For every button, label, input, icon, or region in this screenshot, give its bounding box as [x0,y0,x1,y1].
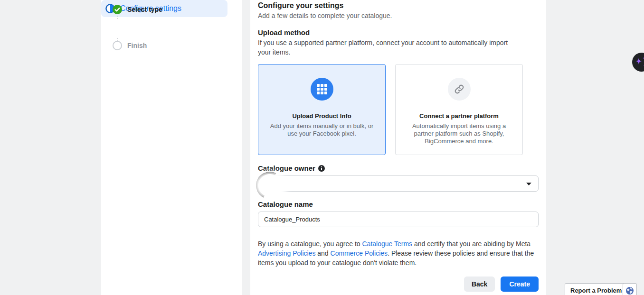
catalogue-name-label: Catalogue name [258,200,313,208]
assistant-button[interactable] [632,53,644,72]
catalogue-terms-link[interactable]: Catalogue Terms [362,240,412,248]
legal-segment: and certify that you are abiding by Meta [412,240,530,248]
configure-settings-panel: Configure your settings Add a few detail… [250,0,546,295]
card-title: Connect a partner platform [396,112,522,120]
card-description: Add your items manually or in bulk, or u… [258,122,385,138]
catalogue-setup-page: { "colors": { "accent_blue": "#1877f2", … [0,0,644,295]
back-button[interactable]: Back [464,277,495,292]
globe-icon [625,286,634,295]
grid-icon [311,78,333,101]
empty-circle-icon [113,41,122,50]
step-connector-dot [117,16,118,17]
commerce-policies-link[interactable]: Commerce Policies [331,249,388,257]
page-title: Configure your settings [258,1,343,10]
upload-method-description: If you use a supported partner platform,… [258,38,518,57]
connect-partner-platform-card[interactable]: Connect a partner platform Automatically… [395,64,523,155]
legal-segment: By using a catalogue, you agree to [258,240,362,248]
upload-product-info-card[interactable]: Upload Product Info Add your items manua… [258,64,386,155]
language-button[interactable] [623,283,637,295]
report-a-problem-button[interactable]: Report a Problem [565,283,627,295]
steps-sidebar: Select type Configure settings Finish [101,0,242,295]
step-label: Finish [127,41,147,50]
card-description: Automatically import items using a partn… [396,122,522,145]
sidebar-item-select-type[interactable]: Select type [113,5,162,14]
legal-segment: and [315,249,330,257]
link-icon [448,78,471,101]
advertising-policies-link[interactable]: Advertising Policies [258,249,315,257]
check-circle-icon [113,5,122,14]
action-buttons: Back Create [258,277,539,292]
step-connector-dot [117,38,118,39]
chevron-down-icon [526,183,531,185]
catalogue-owner-label-row: Catalogue owner [258,164,325,172]
sidebar-item-finish[interactable]: Finish [113,41,147,50]
info-icon[interactable] [318,165,325,172]
catalogue-name-input[interactable] [258,212,539,227]
step-label: Select type [127,5,162,14]
step-connector-dot [117,18,118,19]
card-title: Upload Product Info [258,112,385,120]
sparkles-icon [634,54,644,70]
page-subtitle: Add a few details to complete your catal… [258,12,392,19]
create-button[interactable]: Create [501,277,539,292]
legal-text: By using a catalogue, you agree to Catal… [258,239,539,267]
upload-method-label: Upload method [258,28,310,37]
catalogue-owner-select[interactable] [258,175,539,192]
catalogue-owner-label: Catalogue owner [258,164,315,172]
upload-method-options: Upload Product Info Add your items manua… [258,64,523,155]
